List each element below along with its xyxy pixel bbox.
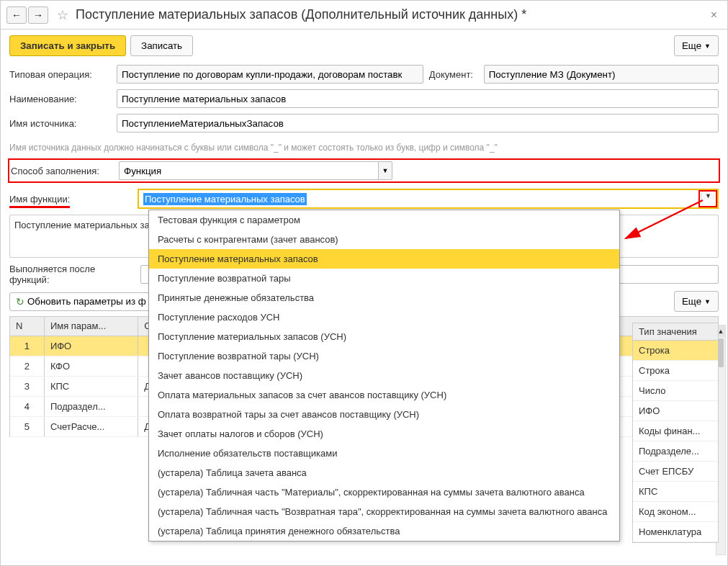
chevron-down-icon: ▼: [705, 192, 711, 199]
fill-method-select[interactable]: [119, 161, 378, 180]
function-dropdown-button[interactable]: ▼: [701, 192, 715, 199]
back-button[interactable]: ←: [6, 6, 27, 24]
arrow-right-icon: →: [33, 9, 43, 21]
function-dropdown-list: Тестовая функция с параметромРасчеты с к…: [148, 210, 620, 542]
fill-method-dropdown-button[interactable]: ▼: [378, 161, 392, 180]
chevron-down-icon: ▼: [704, 298, 711, 305]
document-label: Документ:: [429, 69, 481, 80]
dropdown-item[interactable]: Тестовая функция с параметром: [149, 210, 619, 230]
after-functions-label: Выполняется после функций:: [9, 264, 138, 285]
name-label: Наименование:: [9, 94, 114, 104]
params-more-button[interactable]: Еще▼: [674, 291, 719, 312]
dropdown-item[interactable]: Поступление возвратной тары: [149, 269, 619, 288]
nav-buttons: ← →: [6, 6, 48, 24]
document-field[interactable]: [484, 65, 719, 84]
dropdown-item[interactable]: Поступление расходов УСН: [149, 307, 619, 327]
window-title: Поступление материальных запасов (Дополн…: [76, 7, 706, 22]
hint-text: Имя источника данных должно начинаться с…: [1, 141, 727, 158]
chevron-down-icon: ▼: [382, 167, 389, 174]
dropdown-item[interactable]: (устарела) Таблица принятия денежного об…: [149, 521, 619, 541]
type-value-item[interactable]: Строка: [633, 361, 718, 381]
type-column-header[interactable]: Тип значения: [633, 323, 718, 341]
dropdown-item[interactable]: Оплата возвратной тары за счет авансов п…: [149, 405, 619, 424]
chevron-down-icon: ▼: [704, 42, 711, 50]
type-value-item[interactable]: Подразделе...: [633, 441, 718, 462]
dropdown-item[interactable]: Принятые денежные обязательства: [149, 288, 619, 307]
more-button[interactable]: Еще▼: [674, 35, 719, 56]
dropdown-item[interactable]: Оплата материальных запасов за счет аван…: [149, 385, 619, 405]
source-name-field[interactable]: [117, 114, 719, 132]
dropdown-item[interactable]: Зачет авансов поставщику (УСН): [149, 366, 619, 385]
form-area: Типовая операция: Документ: Наименование…: [1, 62, 727, 141]
type-value-item[interactable]: ИФО: [633, 401, 718, 421]
refresh-params-button[interactable]: ↻ Обновить параметры из ф: [9, 292, 153, 311]
dropdown-item[interactable]: (устарела) Табличная часть "Возвратная т…: [149, 502, 619, 521]
type-value-item[interactable]: Номенклатура: [633, 522, 718, 542]
name-field[interactable]: [117, 89, 719, 108]
dropdown-item[interactable]: Поступление возвратной тары (УСН): [149, 346, 619, 366]
function-name-input-wrap: Поступление материальных запасов ▼: [138, 189, 719, 209]
type-value-item[interactable]: Код эконом...: [633, 502, 718, 522]
typical-operation-label: Типовая операция:: [9, 69, 114, 80]
refresh-icon: ↻: [16, 296, 24, 307]
arrow-left-icon: ←: [12, 9, 22, 21]
main-toolbar: Записать и закрыть Записать Еще▼: [1, 30, 727, 62]
dropdown-item[interactable]: Расчеты с контрагентами (зачет авансов): [149, 230, 619, 249]
dropdown-item[interactable]: Поступление материальных запасов (УСН): [149, 327, 619, 346]
dropdown-item[interactable]: Поступление материальных запасов: [149, 249, 619, 269]
dropdown-item[interactable]: Зачет оплаты налогов и сборов (УСН): [149, 424, 619, 444]
dropdown-item[interactable]: (устарела) Табличная часть "Материалы", …: [149, 482, 619, 502]
type-value-panel: Тип значения СтрокаСтрокаЧислоИФОКоды фи…: [632, 323, 719, 543]
function-name-value[interactable]: Поступление материальных запасов: [143, 193, 307, 205]
typical-operation-field[interactable]: [117, 65, 423, 84]
type-value-item[interactable]: Коды финан...: [633, 421, 718, 441]
source-name-label: Имя источника:: [9, 118, 114, 129]
function-name-label: Имя функции:: [9, 194, 70, 208]
fill-method-highlight: Способ заполнения: ▼: [8, 158, 720, 183]
type-value-item[interactable]: Строка: [633, 341, 718, 361]
scroll-thumb[interactable]: [718, 338, 724, 367]
type-value-item[interactable]: КПС: [633, 482, 718, 502]
col-header-name[interactable]: Имя парам...: [44, 317, 138, 336]
dropdown-item[interactable]: (устарела) Таблица зачета аванса: [149, 463, 619, 482]
dropdown-item[interactable]: Исполнение обязательств поставщиками: [149, 444, 619, 463]
save-and-close-button[interactable]: Записать и закрыть: [9, 35, 126, 56]
close-button[interactable]: ×: [706, 7, 722, 23]
forward-button[interactable]: →: [28, 6, 48, 24]
type-value-item[interactable]: Счет ЕПСБУ: [633, 462, 718, 482]
titlebar: ← → ☆ Поступление материальных запасов (…: [1, 1, 727, 30]
star-icon[interactable]: ☆: [54, 6, 71, 24]
save-button[interactable]: Записать: [130, 35, 193, 56]
col-header-n[interactable]: N: [10, 317, 44, 336]
type-value-item[interactable]: Число: [633, 381, 718, 401]
fill-method-label: Способ заполнения:: [11, 166, 119, 176]
